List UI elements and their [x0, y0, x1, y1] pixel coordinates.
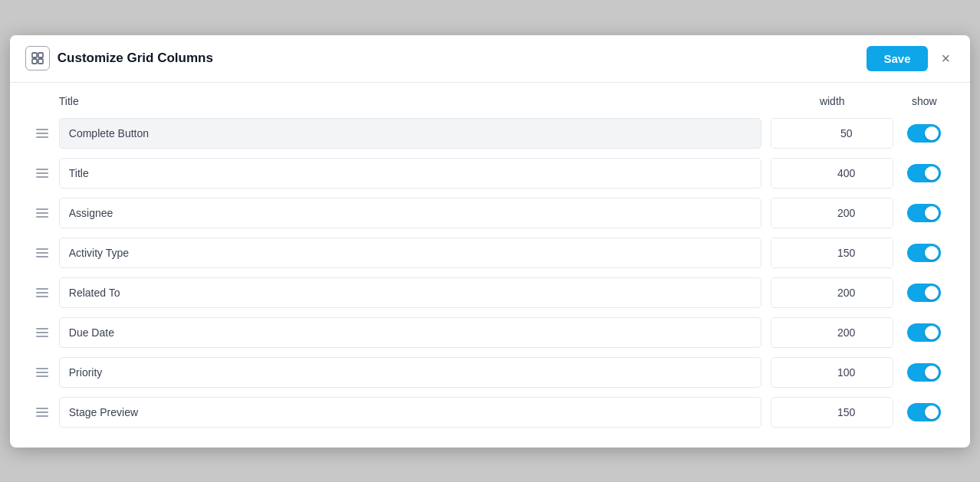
close-button[interactable]: × — [937, 49, 955, 67]
header-actions: Save × — [867, 46, 955, 71]
width-group: PX — [771, 118, 893, 149]
width-group: PX — [771, 357, 893, 388]
width-input[interactable] — [771, 198, 893, 228]
show-toggle[interactable] — [907, 284, 941, 302]
drag-handle[interactable] — [25, 168, 59, 179]
show-toggle[interactable] — [907, 363, 941, 382]
drag-handle[interactable] — [25, 128, 59, 139]
toggle-thumb — [925, 126, 939, 140]
svg-rect-0 — [32, 53, 37, 57]
toggle-thumb — [925, 405, 939, 419]
table-row: PX — [25, 313, 955, 352]
modal-body: Title width show PX — [10, 83, 970, 448]
toggle-cell — [893, 403, 955, 421]
toggle-thumb — [925, 246, 939, 260]
modal-header: Customize Grid Columns Save × — [10, 35, 970, 83]
column-headers: Title width show — [25, 90, 955, 113]
title-input[interactable] — [59, 317, 761, 348]
show-toggle[interactable] — [907, 164, 941, 182]
svg-rect-1 — [38, 53, 43, 57]
toggle-thumb — [925, 166, 939, 180]
title-input[interactable] — [59, 397, 761, 428]
table-row: PX — [25, 113, 955, 153]
toggle-track — [907, 244, 941, 262]
width-group: PX — [771, 238, 893, 268]
drag-handle[interactable] — [25, 287, 59, 298]
toggle-track — [907, 403, 941, 421]
svg-rect-3 — [38, 59, 43, 64]
toggle-cell — [893, 363, 955, 382]
width-input[interactable] — [771, 318, 893, 347]
title-input[interactable] — [59, 158, 761, 189]
title-input[interactable] — [59, 198, 761, 228]
drag-handle[interactable] — [25, 208, 59, 218]
width-group: PX — [771, 198, 893, 228]
save-button[interactable]: Save — [867, 46, 927, 71]
show-header: show — [893, 95, 955, 107]
width-input[interactable] — [771, 358, 893, 387]
table-row: PX — [25, 392, 955, 432]
drag-handle[interactable] — [25, 248, 59, 258]
width-input[interactable] — [771, 398, 893, 427]
width-group: PX — [771, 317, 893, 348]
show-toggle[interactable] — [907, 403, 941, 421]
modal-title: Customize Grid Columns — [58, 51, 213, 66]
toggle-track — [907, 124, 941, 143]
toggle-thumb — [925, 326, 939, 339]
svg-rect-2 — [32, 59, 37, 64]
toggle-cell — [893, 323, 955, 342]
width-input[interactable] — [771, 238, 893, 267]
title-input[interactable] — [59, 357, 761, 388]
width-group: PX — [771, 397, 893, 428]
title-header: Title — [59, 95, 771, 107]
title-input[interactable] — [59, 277, 761, 308]
toggle-cell — [893, 204, 955, 222]
width-input[interactable] — [771, 119, 893, 148]
show-toggle[interactable] — [907, 124, 941, 143]
toggle-track — [907, 363, 941, 382]
drag-handle[interactable] — [25, 327, 59, 338]
toggle-track — [907, 204, 941, 222]
title-input[interactable] — [59, 118, 761, 149]
toggle-cell — [893, 284, 955, 302]
toggle-cell — [893, 164, 955, 182]
width-group: PX — [771, 158, 893, 189]
table-row: PX — [25, 352, 955, 392]
drag-handle[interactable] — [25, 367, 59, 378]
show-toggle[interactable] — [907, 323, 941, 342]
toggle-thumb — [925, 286, 939, 300]
width-header: width — [771, 95, 893, 107]
show-toggle[interactable] — [907, 244, 941, 262]
toggle-cell — [893, 244, 955, 262]
table-row: PX — [25, 193, 955, 233]
table-row: PX — [25, 153, 955, 193]
table-row: PX — [25, 273, 955, 313]
toggle-track — [907, 164, 941, 182]
title-input[interactable] — [59, 238, 761, 268]
toggle-track — [907, 284, 941, 302]
rows-container: PX PX — [25, 113, 955, 432]
show-toggle[interactable] — [907, 204, 941, 222]
toggle-track — [907, 323, 941, 342]
table-row: PX — [25, 233, 955, 273]
toggle-cell — [893, 124, 955, 143]
width-input[interactable] — [771, 159, 893, 188]
customize-grid-columns-modal: Customize Grid Columns Save × Title widt… — [10, 35, 970, 448]
width-group: PX — [771, 277, 893, 308]
toggle-thumb — [925, 206, 939, 220]
toggle-thumb — [925, 366, 939, 379]
modal-title-group: Customize Grid Columns — [25, 46, 213, 70]
width-input[interactable] — [771, 278, 893, 307]
grid-icon — [25, 46, 50, 70]
drag-handle[interactable] — [25, 407, 59, 418]
